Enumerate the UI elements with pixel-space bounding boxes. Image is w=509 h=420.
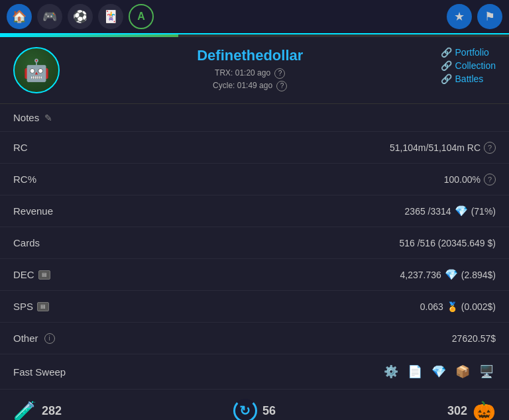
other-text: Other: [13, 333, 38, 344]
other-info-icon[interactable]: i: [44, 333, 55, 344]
cards-icon[interactable]: 🃏: [98, 4, 123, 29]
sweep-icon-3[interactable]: 💎: [429, 362, 448, 381]
sps-text: SPS: [13, 301, 33, 312]
profile-links: 🔗 Portfolio 🔗 Collection 🔗 Battles: [441, 47, 496, 84]
cards-label: Cards: [13, 237, 40, 248]
rc-row: RC 51,104m/51,104m RC ?: [0, 132, 509, 164]
bottom-bar: 🧪 282 ↻ 56 302 🎃: [0, 389, 509, 420]
dec-wallet-icon[interactable]: ▤: [38, 270, 50, 280]
sps-wallet-icon[interactable]: ▤: [37, 302, 49, 311]
flag-icon[interactable]: ⚑: [477, 4, 502, 29]
fast-sweep-row: Fast Sweep ⚙️ 📄 💎 📦 🖥️: [0, 354, 509, 389]
profile-section: 🤖 Definethedollar TRX: 01:20 ago ? Cycle…: [0, 37, 509, 104]
battles-link[interactable]: 🔗 Battles: [441, 74, 484, 84]
avatar-image: 🤖: [23, 58, 50, 83]
dec-text: DEC: [13, 269, 34, 280]
revenue-amount: 2365 /3314: [405, 206, 451, 217]
cards-row: Cards 516 /516 (20345.649 $): [0, 227, 509, 259]
stats-container: RC 51,104m/51,104m RC ? RC% 100.00% ? Re…: [0, 132, 509, 389]
rc-label: RC: [13, 142, 28, 153]
sps-row: SPS ▤ 0.063 🏅 (0.002$): [0, 291, 509, 323]
cycle-info-icon[interactable]: ?: [276, 81, 287, 91]
bottom-right-value: 302: [447, 404, 467, 418]
bottom-left-value: 282: [42, 404, 62, 418]
rc-value: 51,104m/51,104m RC ?: [390, 142, 496, 154]
other-amount: 27620.57$: [452, 333, 496, 344]
dec-gem-icon: 💎: [445, 268, 458, 281]
revenue-value: 2365 /3314 💎 (71%): [405, 205, 496, 217]
profile-name: Definethedollar: [60, 47, 441, 64]
cards-value: 516 /516 (20345.649 $): [399, 238, 496, 248]
top-navigation: 🏠 🎮 ⚽ 🃏 A ★ ⚑: [0, 0, 509, 34]
avatar: 🤖: [13, 47, 60, 93]
trx-label: TRX:: [215, 68, 233, 78]
dec-dollar: (2.894$): [461, 270, 496, 280]
fast-sweep-icons: ⚙️ 📄 💎 📦 🖥️: [382, 362, 496, 381]
collection-link-icon: 🔗: [441, 60, 452, 71]
bottom-left-item: 🧪 282: [13, 400, 62, 421]
game-icon[interactable]: 🎮: [37, 4, 62, 29]
bottom-right-item: 302 🎃: [447, 400, 496, 421]
rc-percent-info-icon[interactable]: ?: [484, 174, 496, 185]
rc-percent-value: 100.00% ?: [444, 174, 496, 185]
sweep-icon-4[interactable]: 📦: [453, 362, 472, 381]
cycle-time: 01:49 ago: [237, 81, 272, 90]
cycle-label: Cycle:: [213, 81, 235, 90]
sps-amount: 0.063: [420, 301, 443, 312]
battles-link-label: Battles: [455, 74, 484, 84]
rc-info-icon[interactable]: ?: [484, 142, 496, 154]
other-value: 27620.57$: [452, 333, 496, 344]
revenue-label: Revenue: [13, 205, 53, 217]
trx-time: 01:20 ago: [235, 68, 270, 78]
rc-percent-amount: 100.00%: [444, 174, 481, 185]
dec-amount: 4,237.736: [400, 270, 441, 280]
bottom-center-item: ↻ 56: [233, 399, 276, 420]
notes-edit-icon[interactable]: ✎: [44, 113, 52, 123]
notes-section: Notes ✎: [0, 104, 509, 132]
rc-percent-row: RC% 100.00% ?: [0, 164, 509, 195]
other-row: Other i 27620.57$: [0, 323, 509, 354]
rc-amount: 51,104m/51,104m RC: [390, 142, 481, 153]
profile-info: Definethedollar TRX: 01:20 ago ? Cycle: …: [60, 47, 441, 92]
revenue-gem-icon: 💎: [455, 205, 468, 217]
trx-info-icon[interactable]: ?: [274, 68, 285, 79]
sps-coin-icon: 🏅: [447, 301, 458, 312]
dec-label: DEC ▤: [13, 269, 50, 280]
rc-percent-label: RC%: [13, 174, 36, 185]
nav-icons-right: ★ ⚑: [447, 4, 502, 29]
notes-label: Notes: [13, 112, 39, 123]
potion-icon: 🧪: [13, 400, 36, 421]
fast-sweep-label: Fast Sweep: [13, 366, 66, 378]
dec-value: 4,237.736 💎 (2.894$): [400, 268, 496, 281]
dec-row: DEC ▤ 4,237.736 💎 (2.894$): [0, 259, 509, 291]
collection-link-label: Collection: [455, 60, 496, 71]
portfolio-link-icon: 🔗: [441, 47, 452, 58]
sps-label: SPS ▤: [13, 301, 49, 312]
cards-amount: 516 /516 (20345.649 $): [399, 238, 496, 248]
collection-link[interactable]: 🔗 Collection: [441, 60, 496, 71]
sps-value: 0.063 🏅 (0.002$): [420, 301, 496, 312]
sweep-icon-2[interactable]: 📄: [406, 362, 424, 381]
pumpkin-icon: 🎃: [473, 400, 496, 421]
sweep-icon-5[interactable]: 🖥️: [477, 362, 496, 381]
nav-icons-left: 🏠 🎮 ⚽ 🃏 A: [7, 4, 154, 29]
portfolio-link-label: Portfolio: [455, 47, 489, 58]
sweep-icon-1[interactable]: ⚙️: [382, 362, 400, 381]
revenue-percent: (71%): [471, 206, 496, 217]
battles-link-icon: 🔗: [441, 74, 452, 84]
bottom-center-value: 56: [262, 404, 276, 418]
globe-icon[interactable]: ⚽: [68, 4, 93, 29]
star-icon[interactable]: ★: [447, 4, 472, 29]
spinner-icon: ↻: [233, 399, 257, 420]
revenue-row: Revenue 2365 /3314 💎 (71%): [0, 195, 509, 227]
other-label: Other i: [13, 333, 55, 344]
profile-meta: TRX: 01:20 ago ? Cycle: 01:49 ago ?: [60, 67, 441, 92]
sps-dollar: (0.002$): [461, 301, 496, 312]
portfolio-link[interactable]: 🔗 Portfolio: [441, 47, 489, 58]
letter-icon[interactable]: A: [129, 4, 154, 29]
home-icon[interactable]: 🏠: [7, 4, 32, 29]
